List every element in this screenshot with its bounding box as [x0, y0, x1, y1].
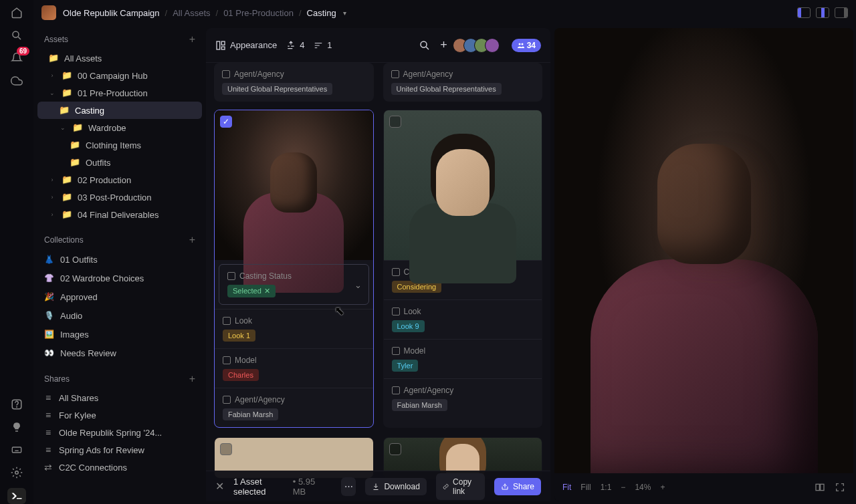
- card-prev-1[interactable]: Agent/Agency United Global Representativ…: [214, 63, 374, 102]
- zoom-out-button[interactable]: −: [621, 483, 625, 492]
- collaborator-avatars[interactable]: [457, 38, 500, 53]
- card-prev-2[interactable]: Agent/Agency United Global Representativ…: [383, 63, 543, 102]
- collection-audio[interactable]: 🎙️Audio: [37, 306, 202, 325]
- breadcrumb-preprod[interactable]: 01 Pre-Production: [223, 8, 294, 18]
- collection-images[interactable]: 🖼️Images: [37, 325, 202, 344]
- zoom-fill-button[interactable]: Fill: [580, 483, 591, 492]
- model-field[interactable]: Model Charles: [215, 348, 373, 388]
- agency-field[interactable]: Agent/Agency Fabian Marsh: [215, 388, 373, 427]
- shares-header: Shares: [44, 374, 70, 384]
- asset-card-1[interactable]: ✓ Casting Status Selected✕ ⌄ Look Look 1: [214, 110, 374, 428]
- sidebar-postprod[interactable]: ›📁03 Post-Production: [37, 188, 202, 206]
- collections-header: Collections: [44, 235, 84, 245]
- search-icon[interactable]: [9, 28, 24, 43]
- more-actions-button[interactable]: ⋯: [341, 477, 356, 496]
- download-button[interactable]: Download: [365, 478, 426, 495]
- sidebar-clothing-items[interactable]: 📁Clothing Items: [37, 136, 202, 154]
- filter-button[interactable]: 4: [286, 40, 304, 50]
- compare-icon[interactable]: [815, 482, 825, 493]
- select-checkbox[interactable]: [389, 443, 401, 455]
- panel-left-toggle[interactable]: [797, 7, 811, 18]
- svg-rect-11: [816, 484, 819, 490]
- asset-thumbnail[interactable]: [384, 110, 542, 260]
- share-spring[interactable]: ≡Olde Republik Spring '24...: [37, 424, 202, 441]
- view-appearance-button[interactable]: Appearance: [215, 40, 277, 51]
- svg-rect-3: [12, 447, 21, 453]
- fullscreen-icon[interactable]: [835, 482, 845, 493]
- panel-mid-toggle[interactable]: [816, 7, 829, 18]
- share-ads[interactable]: ≡Spring Ads for Review: [37, 441, 202, 459]
- sidebar-all-assets[interactable]: 📁All Assets: [37, 49, 202, 67]
- keyboard-icon[interactable]: [9, 443, 24, 457]
- breadcrumb-all-assets[interactable]: All Assets: [173, 8, 210, 18]
- notification-badge: 69: [17, 47, 29, 55]
- preview-pane: Fit Fill 1:1 − 14% +: [554, 28, 853, 501]
- look-field[interactable]: Look Look 9: [384, 299, 542, 339]
- agency-chip: United Global Representatives: [222, 83, 332, 95]
- sidebar-final[interactable]: ›📁04 Final Deliverables: [37, 206, 202, 223]
- selection-bar: ✕ 1 Asset selected • 5.95 MB ⋯ Download …: [206, 471, 550, 501]
- collection-outfits[interactable]: 👗01 Outfits: [37, 250, 202, 269]
- add-asset-button[interactable]: +: [189, 33, 195, 45]
- cloud-icon[interactable]: [9, 74, 24, 88]
- svg-rect-6: [221, 41, 225, 45]
- lightbulb-icon[interactable]: [9, 420, 24, 434]
- share-c2c[interactable]: ⇄C2C Connections: [37, 459, 202, 476]
- project-avatar[interactable]: [41, 5, 56, 20]
- sidebar-preprod[interactable]: ⌄📁01 Pre-Production: [37, 84, 202, 102]
- app-logo-icon[interactable]: [7, 488, 26, 504]
- collection-wardrobe-choices[interactable]: 👚02 Wardrobe Choices: [37, 269, 202, 287]
- sidebar-wardrobe[interactable]: ⌄📁Wardrobe: [37, 119, 202, 136]
- svg-rect-12: [821, 484, 824, 490]
- svg-rect-7: [221, 47, 225, 49]
- clear-selection-button[interactable]: ✕: [215, 480, 224, 493]
- home-icon[interactable]: [9, 5, 24, 20]
- add-share-button[interactable]: +: [189, 373, 195, 385]
- select-checkbox[interactable]: ✓: [220, 116, 232, 128]
- sort-button[interactable]: 1: [314, 40, 332, 50]
- svg-rect-5: [217, 41, 220, 49]
- selection-count: 1 Asset selected: [233, 477, 284, 497]
- share-count-badge[interactable]: 34: [512, 39, 541, 52]
- asset-card-2[interactable]: Casting Status Considering Look Look 9 M…: [383, 110, 543, 428]
- breadcrumb-project[interactable]: Olde Republik Campaign: [63, 8, 160, 18]
- sidebar-casting[interactable]: 📁Casting: [37, 102, 202, 119]
- zoom-fit-button[interactable]: Fit: [562, 483, 571, 492]
- look-field[interactable]: Look Look 1: [215, 309, 373, 348]
- remove-status-icon[interactable]: ✕: [264, 287, 270, 295]
- collection-approved[interactable]: 🎉Approved: [37, 287, 202, 306]
- breadcrumb-current[interactable]: Casting: [307, 8, 336, 18]
- panel-right-toggle[interactable]: [835, 7, 848, 18]
- chevron-down-icon[interactable]: ⌄: [354, 279, 362, 289]
- add-collection-button[interactable]: +: [189, 234, 195, 246]
- help-icon[interactable]: [9, 397, 24, 412]
- notifications-icon[interactable]: 69: [9, 51, 24, 66]
- sidebar-outfits[interactable]: 📁Outfits: [37, 154, 202, 171]
- share-all[interactable]: ≡All Shares: [37, 389, 202, 406]
- model-field[interactable]: Model Tyler: [384, 339, 542, 378]
- preview-image[interactable]: [554, 28, 853, 473]
- select-checkbox[interactable]: [389, 116, 401, 128]
- collection-needs-review[interactable]: 👀Needs Review: [37, 344, 202, 362]
- copy-link-button[interactable]: Copy link: [436, 473, 485, 500]
- search-button[interactable]: [419, 39, 431, 51]
- sidebar-campaign-hub[interactable]: ›📁00 Campaign Hub: [37, 67, 202, 84]
- add-button[interactable]: +: [440, 38, 447, 52]
- status-field[interactable]: Casting Status Selected✕ ⌄: [219, 264, 369, 305]
- zoom-1to1-button[interactable]: 1:1: [601, 483, 612, 492]
- agency-field[interactable]: Agent/Agency Fabian Marsh: [384, 378, 542, 418]
- zoom-level: 14%: [635, 483, 651, 492]
- content-header: Appearance 4 1 + 34: [206, 28, 550, 63]
- share-button[interactable]: Share: [494, 478, 541, 495]
- sidebar-production[interactable]: ›📁02 Production: [37, 171, 202, 188]
- topbar: Olde Republik Campaign / All Assets / 01…: [33, 0, 856, 25]
- select-checkbox[interactable]: [220, 443, 232, 455]
- zoom-in-button[interactable]: +: [660, 483, 665, 492]
- svg-point-2: [17, 406, 17, 407]
- content-panel: Appearance 4 1 + 34: [206, 28, 550, 501]
- svg-point-0: [13, 31, 19, 37]
- chevron-down-icon[interactable]: ▾: [343, 9, 346, 17]
- gear-icon[interactable]: [9, 465, 24, 480]
- asset-thumbnail[interactable]: ✓: [215, 110, 373, 260]
- share-kylee[interactable]: ≡For Kylee: [37, 406, 202, 424]
